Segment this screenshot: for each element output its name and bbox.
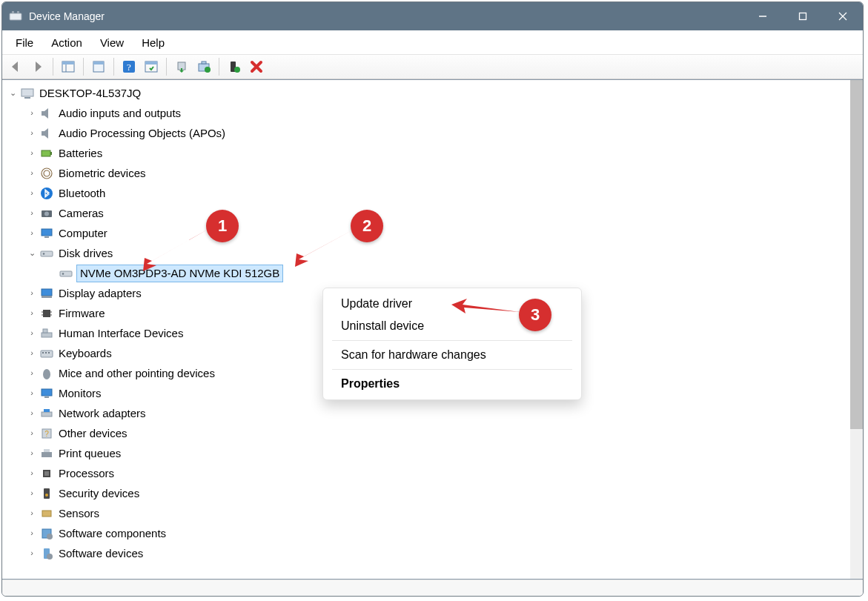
svg-rect-2 <box>17 11 19 13</box>
svg-rect-54 <box>44 409 50 412</box>
show-hide-tree-button[interactable] <box>58 57 79 76</box>
help-button[interactable]: ? <box>119 57 139 76</box>
category-apos[interactable]: ›Audio Processing Objects (APOs) <box>7 123 850 143</box>
keyboard-icon <box>39 346 54 361</box>
annotation-badge-2: 2 <box>351 210 383 242</box>
category-security[interactable]: ›Security devices <box>7 483 850 503</box>
menu-file[interactable]: File <box>7 33 42 52</box>
svg-rect-60 <box>44 471 49 476</box>
security-icon <box>39 486 54 501</box>
ctx-properties[interactable]: Properties <box>323 373 581 395</box>
svg-rect-39 <box>43 310 50 317</box>
svg-rect-4 <box>800 13 806 20</box>
svg-point-30 <box>44 211 49 216</box>
device-manager-window: Device Manager File Action View Help ? ⌄ <box>1 1 864 597</box>
svg-rect-18 <box>202 62 206 64</box>
speaker-icon <box>39 126 54 141</box>
monitor-icon <box>39 386 54 401</box>
root-node[interactable]: ⌄ DESKTOP-4L537JQ <box>7 83 850 103</box>
svg-rect-53 <box>42 412 52 416</box>
svg-rect-35 <box>60 271 72 276</box>
scan-button[interactable] <box>141 57 162 76</box>
back-button[interactable] <box>5 57 26 76</box>
category-other[interactable]: ›?Other devices <box>7 423 850 443</box>
category-sw-components[interactable]: ›Software components <box>7 523 850 543</box>
category-cameras[interactable]: ›Cameras <box>7 203 850 223</box>
chevron-down-icon[interactable]: ⌄ <box>7 83 19 103</box>
sensor-icon <box>39 506 54 521</box>
svg-rect-0 <box>10 13 21 20</box>
category-print-queues[interactable]: ›Print queues <box>7 443 850 463</box>
annotation-arrow-2 <box>288 228 362 271</box>
disk-icon <box>39 246 54 261</box>
svg-rect-44 <box>42 333 52 337</box>
category-sensors[interactable]: ›Sensors <box>7 503 850 523</box>
software-device-icon <box>39 546 54 561</box>
svg-point-65 <box>47 534 53 539</box>
svg-rect-63 <box>42 511 51 517</box>
annotation-badge-1: 1 <box>206 210 239 242</box>
category-biometric[interactable]: ›Biometric devices <box>7 163 850 183</box>
chevron-right-icon[interactable]: › <box>26 103 38 123</box>
chip-icon <box>39 306 54 321</box>
minimize-button[interactable] <box>743 2 783 30</box>
svg-rect-11 <box>93 62 104 64</box>
maximize-button[interactable] <box>783 2 823 30</box>
svg-point-34 <box>43 253 45 255</box>
ctx-scan[interactable]: Scan for hardware changes <box>323 344 581 366</box>
svg-text:?: ? <box>127 62 131 73</box>
battery-icon <box>39 146 54 161</box>
svg-rect-47 <box>42 352 44 353</box>
fingerprint-icon <box>39 166 54 181</box>
disk-drive-item[interactable]: NVMe OM3PDP3-AD NVMe KDI 512GB <box>7 263 850 283</box>
svg-rect-15 <box>145 62 157 64</box>
menu-help[interactable]: Help <box>133 33 173 52</box>
toolbar: ? <box>2 54 863 79</box>
disk-icon <box>59 266 73 281</box>
svg-rect-51 <box>42 389 52 396</box>
svg-point-50 <box>43 369 50 379</box>
scrollbar-thumb[interactable] <box>850 80 863 429</box>
svg-rect-23 <box>24 97 30 99</box>
menu-action[interactable]: Action <box>42 33 91 52</box>
chevron-down-icon[interactable]: ⌄ <box>26 243 38 263</box>
speaker-icon <box>39 106 54 121</box>
component-icon <box>39 526 54 541</box>
enable-button[interactable] <box>224 57 245 76</box>
svg-rect-48 <box>45 352 47 353</box>
svg-rect-22 <box>21 89 33 96</box>
category-bluetooth[interactable]: ›Bluetooth <box>7 183 850 203</box>
update-driver-button[interactable] <box>171 57 192 76</box>
svg-point-28 <box>41 187 53 199</box>
svg-text:?: ? <box>44 430 49 438</box>
annotation-arrow-3 <box>449 299 523 323</box>
unknown-device-icon: ? <box>39 426 54 441</box>
close-button[interactable] <box>823 2 863 30</box>
svg-point-36 <box>62 273 64 275</box>
category-disk-drives[interactable]: ⌄Disk drives <box>7 243 850 263</box>
app-icon <box>8 9 23 24</box>
computer-icon <box>20 86 35 101</box>
uninstall-button[interactable] <box>193 57 214 76</box>
svg-rect-8 <box>62 62 74 64</box>
category-network[interactable]: ›Network adapters <box>7 403 850 423</box>
titlebar[interactable]: Device Manager <box>2 2 863 30</box>
forward-button[interactable] <box>27 57 48 76</box>
properties-button[interactable] <box>88 57 109 76</box>
svg-rect-31 <box>42 229 52 236</box>
category-computer[interactable]: ›Computer <box>7 223 850 243</box>
disable-button[interactable] <box>246 57 267 76</box>
vertical-scrollbar[interactable] <box>850 80 863 579</box>
category-sw-devices[interactable]: ›Software devices <box>7 543 850 563</box>
svg-point-19 <box>205 67 211 73</box>
svg-rect-52 <box>44 396 49 398</box>
bluetooth-icon <box>39 186 54 201</box>
category-batteries[interactable]: ›Batteries <box>7 143 850 163</box>
svg-point-62 <box>45 494 48 497</box>
menu-view[interactable]: View <box>91 33 133 52</box>
svg-rect-58 <box>44 449 50 452</box>
svg-rect-38 <box>42 296 52 298</box>
annotation-arrow-1 <box>136 228 217 275</box>
category-audio-io[interactable]: ›Audio inputs and outputs <box>7 103 850 123</box>
category-processors[interactable]: ›Processors <box>7 463 850 483</box>
